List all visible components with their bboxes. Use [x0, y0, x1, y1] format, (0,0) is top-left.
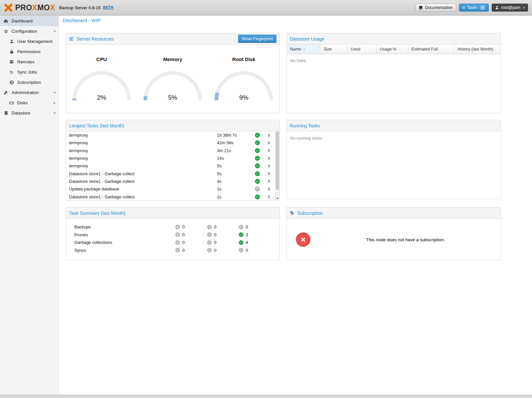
gears-icon: ⚙: [3, 29, 9, 34]
gauges-row: CPU 2% Memory: [66, 45, 279, 102]
error-count-icon: [175, 225, 180, 229]
user-menu-button[interactable]: root@pam ▾: [492, 4, 528, 12]
chevron-down-icon[interactable]: ▾: [54, 91, 55, 94]
no-running-tasks-text: No running tasks: [287, 131, 501, 145]
server-icon: [9, 60, 14, 64]
chevron-down-icon[interactable]: ▾: [54, 29, 55, 33]
sidebar-item-configuration[interactable]: ⚙ Configuration ▾: [0, 26, 58, 36]
task-row[interactable]: Update package database 1s: [66, 185, 275, 193]
sidebar-item-label: Configuration: [12, 29, 37, 34]
no-data-text: No Data: [287, 54, 501, 67]
sidebar-item-permissions[interactable]: Permissions: [0, 47, 58, 57]
chevron-right-icon[interactable]: [263, 149, 275, 152]
sidebar-item-administration[interactable]: Administration ▾: [0, 87, 58, 98]
chevron-down-icon[interactable]: ▾: [54, 111, 55, 115]
column-header-history[interactable]: History (last Month): [454, 45, 501, 54]
task-row[interactable]: termproxy 5s: [66, 162, 275, 170]
task-row[interactable]: Datastore store1 - Garbage collect 5s: [66, 170, 275, 177]
chevron-right-icon[interactable]: ▸: [54, 101, 55, 105]
chevron-right-icon[interactable]: [263, 141, 275, 145]
panel-title: Server Resources: [77, 36, 114, 42]
status-ok-icon: [255, 163, 260, 168]
sort-asc-icon: ↑: [303, 47, 305, 51]
summary-row[interactable]: Backups 0 0 0: [66, 223, 279, 231]
column-header-used[interactable]: Used: [347, 45, 376, 54]
topbar-actions: Documentation ≡ Tasks 0 root@pam ▾: [415, 4, 528, 12]
memory-gauge: Memory 5%: [140, 56, 206, 102]
ok-count-icon: [239, 240, 243, 245]
column-header-estimated-full[interactable]: Estimated Full: [408, 45, 454, 54]
user-icon: [495, 6, 499, 10]
task-row[interactable]: Datastore store1 - Garbage collect 4s: [66, 178, 275, 185]
wrench-icon: [3, 90, 9, 95]
panel-title: Task Summary (last Month): [69, 211, 125, 216]
scrollbar-thumb[interactable]: [276, 132, 279, 190]
summary-row[interactable]: Syncs 0 0 0: [66, 247, 279, 254]
status-ok-icon: [255, 156, 260, 161]
dashboard-grid: Server Resources Show Fingerprint CPU 2%: [59, 33, 532, 260]
sidebar-item-datastore[interactable]: Datastore ▾: [0, 108, 58, 118]
hdd-icon: [9, 101, 14, 105]
top-bar: PROXMOX Backup Server 0.8-15 BETA Docume…: [0, 0, 532, 16]
show-fingerprint-button[interactable]: Show Fingerprint: [238, 35, 277, 43]
sidebar-item-sync-jobs[interactable]: ↻ Sync Jobs: [0, 67, 58, 77]
sidebar-item-disks[interactable]: Disks ▸: [0, 98, 58, 108]
task-row[interactable]: termproxy 14s: [66, 154, 275, 162]
chevron-right-icon[interactable]: [263, 133, 275, 137]
chevron-right-icon[interactable]: [263, 195, 275, 199]
chevron-right-icon[interactable]: [263, 156, 275, 160]
proxmox-x-icon: [4, 3, 13, 12]
status-ok-icon: [255, 179, 260, 184]
sidebar-item-label: Remotes: [17, 59, 34, 64]
panel-title: Longest Tasks (last Month): [69, 123, 124, 128]
longest-tasks-panel: Longest Tasks (last Month) termproxy 1h …: [66, 120, 280, 201]
datastore-usage-columns: Name ↑ Size Used Usage % Estimated Full …: [287, 45, 501, 54]
task-row[interactable]: termproxy 42m 58s: [66, 139, 275, 147]
summary-row[interactable]: Garbage collections 0 0 4: [66, 239, 279, 247]
root-disk-gauge: Root Disk 9%: [211, 56, 277, 102]
building-icon: [3, 111, 9, 115]
product-version: Backup Server 0.8-15: [59, 5, 101, 10]
panel-title: Running Tasks: [290, 123, 320, 128]
summary-row[interactable]: Prunes 0 0 3: [66, 231, 279, 239]
horizontal-scrollbar[interactable]: [0, 395, 532, 398]
task-row[interactable]: Datastore store1 - Garbage collect 1s: [66, 193, 275, 200]
chevron-right-icon[interactable]: [263, 179, 275, 183]
task-row[interactable]: termproxy 1h 38m 7s: [66, 131, 275, 139]
warning-count-icon: [207, 240, 212, 245]
vertical-scrollbar[interactable]: ▼: [275, 131, 279, 201]
status-ok-icon: [255, 140, 260, 145]
column-header-usage[interactable]: Usage %: [376, 45, 408, 54]
task-summary-panel: Task Summary (last Month) Backups 0 0 0 …: [66, 207, 280, 260]
no-subscription-icon: ×: [296, 232, 310, 247]
documentation-button[interactable]: Documentation: [415, 4, 456, 12]
task-row[interactable]: termproxy 3m 21s: [66, 147, 275, 154]
chevron-right-icon[interactable]: [263, 164, 275, 168]
documentation-label: Documentation: [425, 5, 453, 10]
chevron-right-icon[interactable]: [263, 187, 275, 191]
sidebar-item-remotes[interactable]: Remotes: [0, 57, 58, 67]
sidebar-item-label: User Management: [17, 39, 53, 44]
sidebar-item-dashboard[interactable]: Dashboard: [0, 16, 58, 26]
beta-link[interactable]: BETA: [103, 5, 114, 10]
tasks-count-badge: 0: [479, 5, 485, 10]
status-ok-icon: [255, 148, 260, 153]
running-tasks-panel: Running Tasks No running tasks: [286, 120, 501, 199]
refresh-icon: ↻: [9, 70, 14, 75]
chevron-right-icon[interactable]: [263, 172, 275, 176]
cpu-value: 2%: [70, 94, 133, 101]
column-header-name[interactable]: Name ↑: [287, 45, 320, 54]
caret-down-icon: ▾: [523, 6, 525, 10]
warning-count-icon: [207, 225, 212, 229]
sidebar-item-user-management[interactable]: User Management: [0, 36, 58, 47]
error-count-icon: [175, 240, 180, 245]
scroll-down-arrow[interactable]: ▼: [275, 196, 279, 201]
sidebar-item-subscription[interactable]: Subscription: [0, 77, 58, 87]
ok-count-icon: [239, 225, 243, 229]
server-resources-panel: Server Resources Show Fingerprint CPU 2%: [66, 33, 280, 113]
tasks-button[interactable]: ≡ Tasks 0: [459, 4, 489, 12]
status-ok-icon: [255, 171, 260, 176]
subscription-header: Subscription: [287, 208, 501, 219]
sidebar: Dashboard ⚙ Configuration ▾ User Managem…: [0, 16, 59, 395]
column-header-size[interactable]: Size: [320, 45, 347, 54]
